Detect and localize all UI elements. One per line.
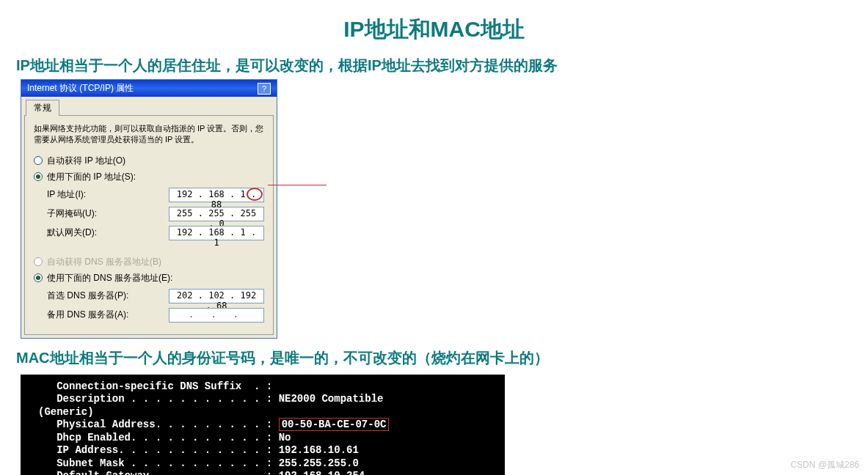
cmd-line: Description . . . . . . . . . . . : NE20… [38, 393, 383, 405]
cmd-line: Subnet Mask . . . . . . . . . . . : 255.… [38, 457, 359, 469]
ip-label: IP 地址(I): [47, 188, 86, 201]
radio-icon [34, 273, 43, 282]
dns2-label: 备用 DNS 服务器(A): [47, 309, 128, 321]
cmd-line: Connection-specific DNS Suffix . : [38, 380, 272, 392]
cmd-line: (Generic) [38, 406, 94, 418]
radio-icon [34, 172, 43, 181]
radio-auto-ip-label: 自动获得 IP 地址(O) [47, 155, 125, 167]
cmd-line: Default Gateway . . . . . . . . . : 192.… [38, 470, 365, 475]
page-title: IP地址和MAC地址 [0, 0, 868, 52]
section-ip-title: IP地址相当于一个人的居住住址，是可以改变的，根据IP地址去找到对方提供的服务 [0, 52, 868, 79]
section-mac-title: MAC地址相当于一个人的身份证号码，是唯一的，不可改变的（烧灼在网卡上的） [0, 345, 868, 372]
help-button[interactable]: ? [258, 83, 271, 95]
tab-general[interactable]: 常规 [26, 100, 59, 116]
dialog-titlebar: Internet 协议 (TCP/IP) 属性 ? [21, 80, 277, 97]
radio-manual-ip[interactable]: 使用下面的 IP 地址(S): [34, 171, 264, 183]
tcpip-dialog: Internet 协议 (TCP/IP) 属性 ? 常规 如果网络支持此功能，则… [21, 79, 277, 339]
dns1-label: 首选 DNS 服务器(P): [47, 290, 128, 302]
cmd-line: IP Address. . . . . . . . . . . . : 192.… [38, 444, 359, 456]
cmd-line: Dhcp Enabled. . . . . . . . . . . : No [38, 432, 291, 443]
radio-manual-ip-label: 使用下面的 IP 地址(S): [47, 171, 136, 183]
radio-icon [34, 257, 43, 266]
mac-address-highlight: 00-50-BA-CE-07-0C [279, 418, 390, 431]
radio-icon [34, 156, 43, 165]
cmd-line-physical: Physical Address. . . . . . . . . : [38, 419, 279, 430]
radio-manual-dns[interactable]: 使用下面的 DNS 服务器地址(E): [34, 272, 264, 284]
dialog-body: 如果网络支持此功能，则可以获取自动指派的 IP 设置。否则，您需要从网络系统管理… [24, 115, 274, 335]
radio-auto-ip[interactable]: 自动获得 IP 地址(O) [34, 155, 264, 167]
cmd-output: Connection-specific DNS Suffix . : Descr… [21, 375, 505, 475]
gateway-input[interactable]: 192 . 168 . 1 . 1 [169, 226, 264, 240]
subnet-label: 子网掩码(U): [47, 207, 97, 220]
field-gateway: 默认网关(D): 192 . 168 . 1 . 1 [47, 226, 264, 240]
dialog-title-text: Internet 协议 (TCP/IP) 属性 [27, 82, 134, 95]
radio-auto-dns-label: 自动获得 DNS 服务器地址(B) [47, 256, 161, 268]
radio-auto-dns: 自动获得 DNS 服务器地址(B) [34, 256, 264, 268]
ip-input[interactable]: 192 . 168 . 1 . 88 [169, 188, 264, 202]
field-subnet: 子网掩码(U): 255 . 255 . 255 . 0 [47, 207, 264, 221]
dns2-input[interactable]: . . . [169, 308, 264, 323]
field-ip: IP 地址(I): 192 . 168 . 1 . 88 [47, 188, 264, 202]
field-dns2: 备用 DNS 服务器(A): . . . [47, 308, 264, 323]
watermark: CSDN @孤城286 [790, 459, 859, 471]
dns1-input[interactable]: 202 . 102 . 192 . 68 [169, 289, 264, 303]
dialog-description: 如果网络支持此功能，则可以获取自动指派的 IP 设置。否则，您需要从网络系统管理… [34, 123, 264, 146]
radio-manual-dns-label: 使用下面的 DNS 服务器地址(E): [47, 272, 172, 284]
field-dns1: 首选 DNS 服务器(P): 202 . 102 . 192 . 68 [47, 289, 264, 303]
annotation-line [268, 185, 327, 185]
gateway-label: 默认网关(D): [47, 227, 97, 239]
